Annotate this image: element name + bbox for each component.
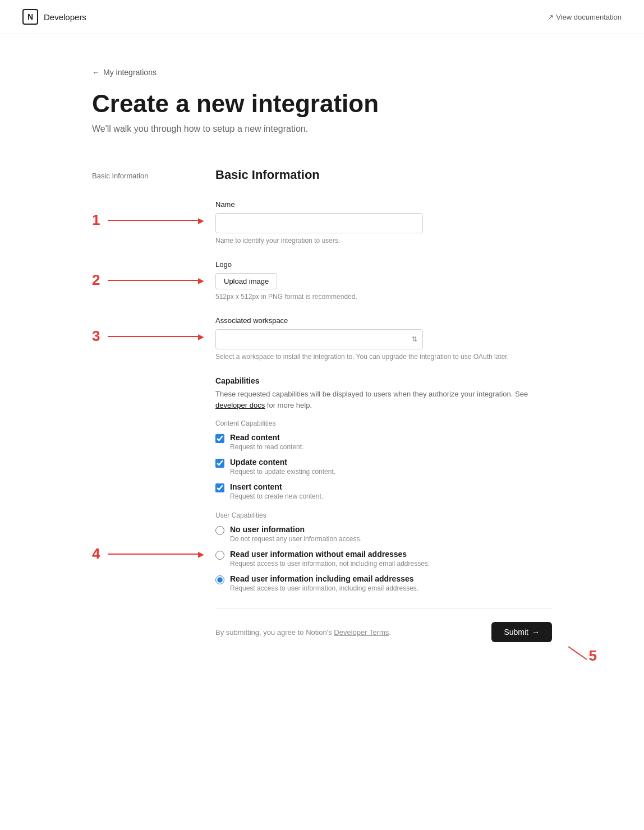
read-content-checkbox[interactable] [215, 434, 224, 443]
footer-area: 5 By submitting, you agree to Notion's D… [215, 608, 552, 642]
capability-read-with-email: Read user information including email ad… [215, 574, 552, 592]
annotation-2-arrowhead: ▶ [198, 276, 204, 285]
annotation-4-marker: 4 ▶ [92, 545, 204, 562]
insert-content-desc: Request to create new content. [230, 492, 552, 500]
form-layout: Basic Information Basic Information 1 ▶ … [92, 168, 552, 642]
developer-terms-label: Developer Terms [334, 628, 389, 637]
breadcrumb[interactable]: ← My integrations [92, 68, 552, 77]
capabilities-title: Capabilities [215, 376, 552, 385]
name-input[interactable] [215, 213, 423, 233]
section-title: Basic Information [215, 168, 552, 182]
annotation-1-line [108, 220, 198, 221]
annotation-1-number: 1 [92, 211, 108, 229]
update-content-checkbox[interactable] [215, 459, 224, 468]
annotation-4-line [108, 554, 198, 555]
annotation-2-marker: 2 ▶ [92, 271, 204, 289]
no-user-info-desc: Do not request any user information acce… [230, 535, 552, 543]
annotation-1-arrowhead: ▶ [198, 216, 204, 225]
capability-no-user-info: No user information Do not request any u… [215, 525, 552, 543]
capabilities-section: Capabilities These requested capabilitie… [215, 376, 552, 592]
read-with-email-desc: Request access to user information, incl… [230, 584, 552, 592]
page-title: Create a new integration [92, 90, 552, 117]
form-footer: By submitting, you agree to Notion's Dev… [215, 608, 552, 642]
capability-read-no-email: Read user information without email addr… [215, 550, 552, 568]
sidebar: Basic Information [92, 168, 215, 642]
annotation-5-line [568, 647, 587, 661]
annotation-2-line [108, 280, 198, 281]
sidebar-basic-info-label: Basic Information [92, 172, 148, 180]
read-no-email-desc: Request access to user information, not … [230, 560, 552, 568]
breadcrumb-label: My integrations [103, 68, 157, 77]
footer-text: By submitting, you agree to Notion's Dev… [215, 628, 391, 637]
read-no-email-radio[interactable] [215, 551, 224, 560]
submit-label: Submit [504, 628, 528, 637]
logo-field-group: 2 ▶ Logo Upload image 512px x 512px in P… [215, 260, 552, 301]
notion-logo-icon: N [22, 9, 38, 25]
header-left: N Developers [22, 9, 86, 25]
capability-update-content: Update content Request to update existin… [215, 458, 552, 476]
content-capabilities-group: Content Capabilities Read content Reques… [215, 419, 552, 500]
upload-image-button[interactable]: Upload image [215, 273, 277, 289]
annotation-5-number: 5 [589, 647, 597, 665]
annotation-3-line [108, 336, 198, 337]
app-name: Developers [44, 12, 86, 22]
no-user-info-label: No user information [230, 525, 552, 534]
workspace-field-group: 3 ▶ Associated workspace ⇅ Select a work… [215, 316, 552, 361]
workspace-select[interactable] [215, 329, 423, 349]
header: N Developers ↗ View documentation [0, 0, 644, 34]
capability-insert-content: Insert content Request to create new con… [215, 482, 552, 500]
update-content-desc: Request to update existing content. [230, 468, 552, 476]
form-main: Basic Information 1 ▶ Name Name to ident… [215, 168, 552, 642]
page-content: ← My integrations Create a new integrati… [70, 34, 574, 687]
back-arrow-icon: ← [92, 68, 100, 77]
annotation-1-marker: 1 ▶ [92, 211, 204, 229]
annotation-4-number: 4 [92, 545, 108, 562]
name-label: Name [215, 200, 552, 209]
workspace-hint: Select a workspace to install the integr… [215, 353, 552, 361]
logo-label: Logo [215, 260, 552, 269]
upload-button-label: Upload image [224, 277, 269, 285]
workspace-label: Associated workspace [215, 316, 552, 325]
annotation-3-number: 3 [92, 328, 108, 345]
annotation-2-number: 2 [92, 271, 108, 289]
logo-hint: 512px x 512px in PNG format is recommend… [215, 293, 552, 301]
capability-read-content: Read content Request to read content. [215, 433, 552, 451]
submit-arrow-icon: → [532, 628, 540, 637]
annotation-3-marker: 3 ▶ [92, 328, 204, 345]
annotation-5-marker: 5 [564, 647, 597, 665]
annotation-4-arrowhead: ▶ [198, 550, 204, 559]
developer-docs-link[interactable]: developer docs [215, 401, 265, 409]
read-content-desc: Request to read content. [230, 443, 552, 451]
workspace-select-wrapper: ⇅ [215, 329, 423, 349]
no-user-info-radio[interactable] [215, 526, 224, 535]
insert-content-label: Insert content [230, 482, 552, 491]
developer-terms-link[interactable]: Developer Terms [334, 628, 389, 637]
read-no-email-label: Read user information without email addr… [230, 550, 552, 559]
submit-button[interactable]: Submit → [491, 622, 552, 642]
insert-content-checkbox[interactable] [215, 483, 224, 492]
capabilities-desc: These requested capabilities will be dis… [215, 389, 552, 411]
read-content-label: Read content [230, 433, 552, 442]
read-with-email-label: Read user information including email ad… [230, 574, 552, 583]
view-docs-label: View documentation [556, 13, 622, 21]
page-subtitle: We'll walk you through how to setup a ne… [92, 124, 552, 134]
view-docs-link[interactable]: ↗ View documentation [548, 13, 622, 21]
name-field-group: 1 ▶ Name Name to identify your integrati… [215, 200, 552, 245]
external-link-icon: ↗ [548, 13, 554, 21]
annotation-3-arrowhead: ▶ [198, 332, 204, 341]
content-capabilities-label: Content Capabilities [215, 419, 552, 427]
update-content-label: Update content [230, 458, 552, 467]
user-capabilities-label: User Capabilities [215, 511, 552, 519]
name-hint: Name to identify your integration to use… [215, 237, 552, 245]
read-with-email-radio[interactable] [215, 575, 224, 584]
user-capabilities-group: 4 ▶ User Capabilities No user informatio… [215, 511, 552, 592]
